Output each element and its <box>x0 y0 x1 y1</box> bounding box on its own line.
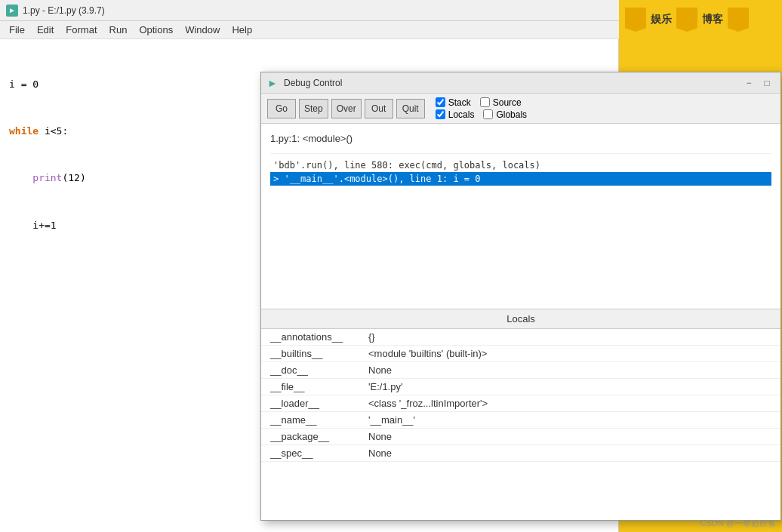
debug-title-text: Debug Control <box>284 78 741 88</box>
debug-module-text: 1.py:1: <module>() <box>270 130 771 147</box>
checkbox-group: Stack Source Locals Globals <box>436 97 527 120</box>
debug-content: 1.py:1: <module>() 'bdb'.run(), line 580… <box>261 124 780 192</box>
debug-go-button[interactable]: Go <box>267 99 296 118</box>
locals-value: <class '_froz...ltinImporter'> <box>359 395 780 412</box>
locals-row: __spec__None <box>261 445 780 462</box>
checkbox-source[interactable] <box>480 97 490 107</box>
debug-app-icon: ► <box>267 77 279 89</box>
checkbox-stack-row: Stack Source <box>436 97 527 108</box>
locals-value: <module 'builtins' (built-in)> <box>359 346 780 362</box>
debug-title-bar: ► Debug Control − □ <box>261 72 780 94</box>
debug-maximize-button[interactable]: □ <box>759 75 774 91</box>
debug-window: ► Debug Control − □ Go Step Over Out Qui… <box>260 72 781 521</box>
locals-table: __annotations__{}__builtins__<module 'bu… <box>261 329 780 462</box>
locals-key: __name__ <box>261 412 359 429</box>
menu-edit[interactable]: Edit <box>31 23 60 37</box>
bookmark-icon-1 <box>625 8 646 32</box>
locals-value: None <box>359 362 780 379</box>
locals-key: __package__ <box>261 429 359 445</box>
checkbox-locals[interactable] <box>436 109 445 119</box>
debug-out-button[interactable]: Out <box>365 99 393 118</box>
menu-run[interactable]: Run <box>103 23 134 37</box>
checkbox-stack[interactable] <box>436 97 445 107</box>
debug-minimize-button[interactable]: − <box>741 75 756 91</box>
locals-row: __file__'E:/1.py' <box>261 379 780 395</box>
locals-row: __name__'__main__' <box>261 412 780 429</box>
locals-value: None <box>359 429 780 445</box>
right-panel-toolbar: 娱乐 博客 <box>619 0 782 39</box>
locals-key: __file__ <box>261 379 359 395</box>
bookmark-icon-2 <box>676 8 697 32</box>
locals-key: __loader__ <box>261 395 359 412</box>
debug-step-button[interactable]: Step <box>299 99 328 118</box>
locals-row: __builtins__<module 'builtins' (built-in… <box>261 346 780 362</box>
locals-value: 'E:/1.py' <box>359 379 780 395</box>
debug-toolbar: Go Step Over Out Quit Stack Source Local… <box>261 94 780 124</box>
locals-key: __builtins__ <box>261 346 359 362</box>
checkbox-globals-label: Globals <box>496 109 527 120</box>
debug-quit-button[interactable]: Quit <box>396 99 425 118</box>
checkbox-globals[interactable] <box>483 109 493 119</box>
locals-value: '__main__' <box>359 412 780 429</box>
locals-header: Locals <box>261 309 780 329</box>
menu-options[interactable]: Options <box>133 23 179 37</box>
right-panel-label-1: 娱乐 <box>651 13 672 26</box>
debug-window-controls: − □ <box>741 75 774 91</box>
locals-value: None <box>359 445 780 462</box>
debug-over-button[interactable]: Over <box>331 99 362 118</box>
locals-key: __spec__ <box>261 445 359 462</box>
checkbox-stack-label: Stack <box>448 97 471 108</box>
locals-key: __annotations__ <box>261 329 359 346</box>
menu-format[interactable]: Format <box>60 23 103 37</box>
locals-row: __doc__None <box>261 362 780 379</box>
stack-line-2-selected[interactable]: > '__main__'.<module>(), line 1: i = 0 <box>270 172 771 186</box>
checkbox-source-label: Source <box>493 97 522 108</box>
app-icon: ► <box>6 5 18 17</box>
locals-row: __loader__<class '_froz...ltinImporter'> <box>261 395 780 412</box>
menu-window[interactable]: Window <box>179 23 226 37</box>
checkbox-locals-label: Locals <box>448 109 475 120</box>
locals-row: __package__None <box>261 429 780 445</box>
bookmark-icon-3 <box>728 8 749 32</box>
right-panel-label-2: 博客 <box>702 13 723 26</box>
menu-file[interactable]: File <box>3 23 31 37</box>
stack-line-1: 'bdb'.run(), line 580: exec(cmd, globals… <box>270 158 771 172</box>
locals-row: __annotations__{} <box>261 329 780 346</box>
menu-help[interactable]: Help <box>226 23 258 37</box>
locals-key: __doc__ <box>261 362 359 379</box>
debug-stack-area: 'bdb'.run(), line 580: exec(cmd, globals… <box>270 153 771 186</box>
locals-section: Locals __annotations__{}__builtins__<mod… <box>261 309 780 520</box>
locals-value: {} <box>359 329 780 346</box>
checkbox-locals-row: Locals Globals <box>436 109 527 120</box>
